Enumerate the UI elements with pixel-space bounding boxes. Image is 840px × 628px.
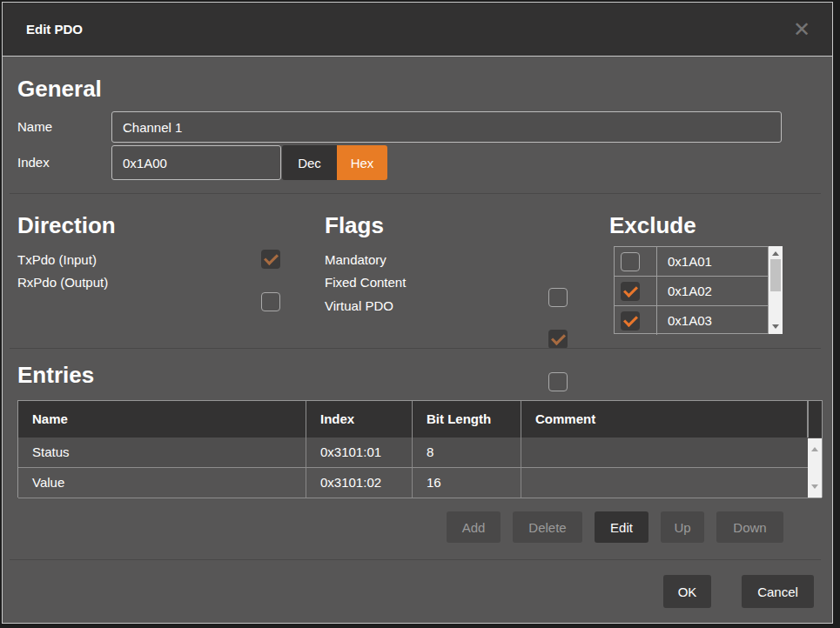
- exclude-item-value: 0x1A01: [657, 254, 712, 269]
- section-divider: [10, 193, 821, 194]
- down-button[interactable]: Down: [716, 511, 783, 543]
- cell-bit-length: 8: [413, 438, 521, 467]
- scroll-down-icon[interactable]: [772, 324, 779, 329]
- column-header-bit-length[interactable]: Bit Length: [413, 401, 521, 438]
- txpdo-label: TxPdo (Input): [17, 251, 97, 270]
- delete-button[interactable]: Delete: [513, 511, 582, 543]
- cell-name: Value: [18, 468, 306, 498]
- mandatory-label: Mandatory: [325, 251, 386, 270]
- entries-table: Name Index Bit Length Comment Status 0x3…: [17, 400, 823, 498]
- entries-table-header: Name Index Bit Length Comment: [18, 401, 822, 438]
- fixed-content-label: Fixed Content: [325, 273, 406, 292]
- table-row[interactable]: Status 0x3101:01 8: [18, 438, 822, 468]
- virtual-pdo-label: Virtual PDO: [325, 297, 393, 316]
- section-divider: [10, 348, 821, 349]
- cell-name: Status: [18, 438, 306, 467]
- exclude-heading: Exclude: [609, 211, 696, 239]
- exclude-scrollbar[interactable]: [769, 246, 783, 334]
- edit-pdo-dialog: Edit PDO ✕ General Name Index Dec Hex Di…: [2, 2, 833, 624]
- exclude-0x1A01-checkbox[interactable]: [621, 252, 640, 271]
- exclude-list-item[interactable]: 0x1A02: [615, 277, 768, 306]
- column-header-index[interactable]: Index: [306, 401, 413, 438]
- exclude-list-item[interactable]: 0x1A01: [615, 247, 768, 277]
- add-button[interactable]: Add: [447, 511, 501, 543]
- rxpdo-label: RxPdo (Output): [17, 273, 108, 292]
- exclude-list-item[interactable]: 0x1A03: [615, 306, 768, 335]
- entries-button-bar: Add Delete Edit Up Down: [447, 511, 783, 543]
- scrollbar-thumb[interactable]: [770, 259, 781, 291]
- entries-scrollbar[interactable]: [808, 438, 822, 498]
- cell-comment: [521, 438, 808, 467]
- entries-heading: Entries: [17, 361, 94, 389]
- exclude-0x1A03-checkbox[interactable]: [621, 311, 640, 331]
- column-header-spacer: [808, 401, 822, 438]
- dialog-titlebar: Edit PDO ✕: [3, 3, 832, 57]
- ok-button[interactable]: OK: [663, 575, 711, 608]
- cell-comment: [521, 468, 808, 498]
- name-input[interactable]: [111, 111, 782, 143]
- column-header-comment[interactable]: Comment: [521, 401, 808, 438]
- cell-bit-length: 16: [413, 468, 521, 498]
- hex-button[interactable]: Hex: [337, 145, 387, 180]
- virtual-pdo-checkbox[interactable]: [548, 372, 568, 391]
- name-label: Name: [17, 117, 52, 137]
- exclude-item-value: 0x1A03: [657, 313, 712, 328]
- cell-index: 0x3101:02: [306, 468, 413, 498]
- exclude-0x1A02-checkbox[interactable]: [621, 282, 640, 301]
- index-label: Index: [17, 153, 50, 172]
- general-heading: General: [17, 75, 102, 103]
- txpdo-checkbox[interactable]: [261, 250, 280, 269]
- dialog-footer: OK Cancel: [663, 575, 814, 608]
- index-input[interactable]: [111, 145, 281, 180]
- cancel-button[interactable]: Cancel: [742, 575, 814, 608]
- column-header-name[interactable]: Name: [18, 401, 306, 438]
- close-icon[interactable]: ✕: [789, 17, 815, 43]
- fixed-content-checkbox[interactable]: [548, 330, 568, 349]
- exclude-item-value: 0x1A02: [657, 284, 712, 298]
- scroll-down-icon[interactable]: [811, 484, 818, 489]
- up-button[interactable]: Up: [661, 511, 704, 543]
- section-divider: [10, 559, 821, 560]
- dialog-title: Edit PDO: [26, 3, 83, 57]
- scroll-up-icon[interactable]: [811, 447, 818, 451]
- rxpdo-checkbox[interactable]: [261, 292, 280, 311]
- table-row[interactable]: Value 0x3101:02 16: [18, 468, 822, 498]
- cell-index: 0x3101:01: [306, 438, 413, 467]
- dec-button[interactable]: Dec: [282, 145, 337, 180]
- edit-button[interactable]: Edit: [595, 511, 648, 543]
- flags-heading: Flags: [325, 211, 384, 239]
- mandatory-checkbox[interactable]: [548, 288, 568, 307]
- scroll-up-icon[interactable]: [772, 251, 779, 256]
- exclude-list: 0x1A01 0x1A02 0x1A03: [614, 246, 769, 334]
- direction-heading: Direction: [17, 211, 116, 239]
